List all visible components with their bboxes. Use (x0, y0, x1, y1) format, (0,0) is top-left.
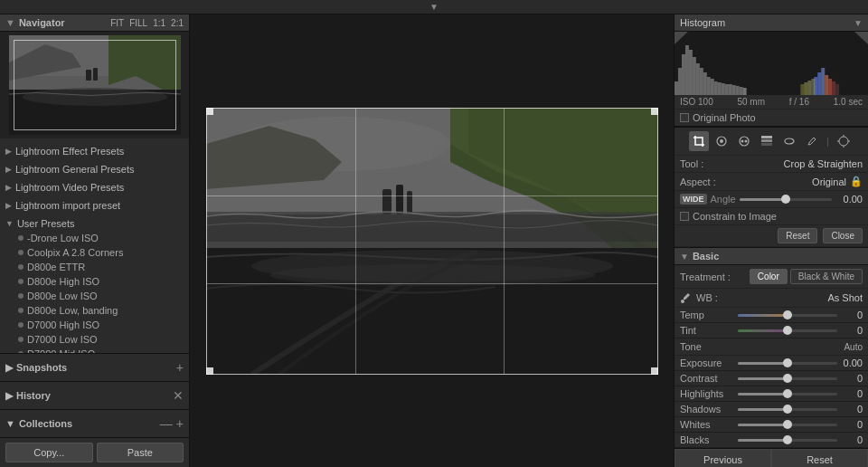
preset-item-drone[interactable]: -Drone Low ISO (0, 231, 189, 245)
svg-rect-28 (682, 54, 685, 95)
wb-row: WB : As Shot (675, 289, 868, 308)
slider-shadows-label: Shadows (680, 404, 734, 415)
lock-icon[interactable]: 🔒 (850, 176, 863, 187)
collections-header[interactable]: ▼ Collections — + (5, 414, 184, 434)
history-close-btn[interactable]: ✕ (173, 388, 184, 403)
wb-dropper-icon[interactable] (680, 291, 693, 304)
radial-filter-icon[interactable] (779, 131, 799, 151)
slider-exposure-track[interactable] (738, 362, 837, 365)
exif-row: ISO 100 50 mm f / 16 1.0 sec (675, 95, 868, 110)
basic-collapse-icon[interactable]: ▼ (680, 252, 689, 262)
slider-tint-thumb[interactable] (783, 326, 792, 335)
slider-shadows-value: 0 (841, 404, 863, 415)
basic-header: ▼ Basic (675, 248, 868, 265)
crop-handle-br[interactable] (651, 367, 658, 375)
histogram-header: Histogram ▼ (675, 14, 868, 32)
preset-item-d800e-ettr[interactable]: D800e ETTR (0, 260, 189, 274)
top-bar: ▼ (0, 0, 868, 14)
tool-close-btn[interactable]: Close (823, 228, 863, 243)
crop-handle-tl[interactable] (206, 108, 213, 115)
slider-tint-track[interactable] (738, 329, 837, 332)
slider-whites-track[interactable] (738, 424, 837, 426)
angle-slider-track[interactable] (740, 198, 832, 201)
history-section: ▶ History ✕ (0, 381, 189, 409)
color-treatment-btn[interactable]: Color (750, 269, 788, 284)
nav-fit-btn[interactable]: FIT (110, 18, 124, 28)
svg-marker-24 (854, 32, 868, 44)
spot-removal-icon[interactable] (712, 131, 731, 151)
graduated-filter-icon[interactable] (757, 131, 777, 151)
slider-whites-thumb[interactable] (783, 420, 792, 429)
auto-btn[interactable]: Auto (844, 342, 863, 352)
preset-item-coolpix[interactable]: Coolpix A 2.8 Corners (0, 245, 189, 260)
history-header[interactable]: ▶ History ✕ (5, 386, 184, 405)
tone-curve-icon[interactable] (834, 131, 854, 151)
snapshots-add-btn[interactable]: + (176, 360, 184, 375)
svg-rect-38 (718, 82, 722, 95)
svg-rect-41 (729, 84, 732, 95)
collections-minus-btn[interactable]: — (160, 416, 173, 431)
tool-reset-btn[interactable]: Reset (778, 228, 817, 243)
exif-focal: 50 mm (737, 97, 765, 107)
red-eye-icon[interactable] (734, 131, 754, 151)
crop-handle-tr[interactable] (651, 108, 658, 115)
presets-area: ▶ Lightroom Effect Presets ▶ Lightroom G… (0, 138, 189, 353)
slider-temp-thumb[interactable] (783, 310, 792, 319)
previous-button[interactable]: Previous (675, 449, 771, 467)
snapshots-collapse-icon: ▶ (5, 362, 13, 374)
navigator-collapse-icon[interactable]: ▼ (5, 17, 15, 28)
crop-handle-bl[interactable] (206, 367, 213, 375)
slider-exposure-thumb[interactable] (783, 358, 792, 367)
preset-item-d7000-mid[interactable]: D7000 Mid ISO (0, 347, 189, 353)
center-panel (190, 14, 674, 467)
histogram-collapse-icon[interactable]: ▼ (854, 18, 863, 28)
preset-item-d800e-banding[interactable]: D800e Low, banding (0, 303, 189, 318)
slider-contrast-thumb[interactable] (783, 374, 792, 383)
preset-item-d7000-high[interactable]: D7000 High ISO (0, 318, 189, 332)
crop-tool-icon[interactable] (689, 131, 709, 151)
slider-highlights-thumb[interactable] (783, 389, 792, 398)
nav-fill-btn[interactable]: FILL (129, 18, 147, 28)
snapshots-header[interactable]: ▶ Snapshots + (5, 357, 184, 377)
slider-shadows-track[interactable] (738, 408, 837, 411)
preset-group-lr-effects-header[interactable]: ▶ Lightroom Effect Presets (0, 144, 189, 158)
slider-shadows-thumb[interactable] (783, 405, 792, 414)
angle-slider-thumb[interactable] (781, 195, 790, 204)
preset-dot (18, 250, 24, 255)
svg-rect-35 (707, 77, 711, 95)
preset-dot (18, 337, 24, 342)
svg-rect-49 (825, 75, 828, 95)
preset-item-d7000-low[interactable]: D7000 Low ISO (0, 332, 189, 347)
slider-temp-value: 0 (841, 310, 863, 320)
slider-blacks-track[interactable] (738, 439, 837, 442)
snapshots-section: ▶ Snapshots + (0, 353, 189, 381)
collections-add-btn[interactable]: + (176, 416, 184, 431)
preset-group-user-header[interactable]: ▼ User Presets (0, 216, 189, 231)
preset-group-lr-general-header[interactable]: ▶ Lightroom General Presets (0, 162, 189, 176)
nav-2-1-btn[interactable]: 2:1 (171, 18, 184, 28)
svg-point-58 (720, 139, 723, 143)
original-photo-checkbox[interactable] (680, 113, 689, 122)
copy-button[interactable]: Copy... (5, 443, 93, 462)
preset-group-lr-video-header[interactable]: ▶ Lightroom Video Presets (0, 180, 189, 195)
svg-rect-45 (743, 88, 747, 95)
slider-highlights-track[interactable] (738, 393, 837, 396)
slider-blacks-thumb[interactable] (783, 435, 792, 444)
preset-group-lr-import-header[interactable]: ▶ Lightroom import preset (0, 198, 189, 213)
slider-row-blacks: Blacks 0 (675, 433, 868, 448)
nav-1-1-btn[interactable]: 1:1 (153, 18, 165, 28)
slider-contrast-track[interactable] (738, 377, 837, 380)
preset-item-d800e-low[interactable]: D800e Low ISO (0, 289, 189, 303)
adjustment-brush-icon[interactable] (802, 131, 822, 151)
slider-temp-track[interactable] (738, 314, 837, 317)
constrain-checkbox[interactable] (680, 212, 689, 221)
slider-row-highlights: Highlights 0 (675, 386, 868, 402)
basic-reset-btn[interactable]: Reset (771, 449, 868, 467)
bw-treatment-btn[interactable]: Black & White (790, 269, 863, 284)
left-panel: ▼ Navigator FIT FILL 1:1 2:1 (0, 14, 190, 467)
svg-rect-37 (714, 81, 718, 95)
svg-rect-56 (811, 79, 815, 95)
preset-item-d800e-high[interactable]: D800e High ISO (0, 274, 189, 289)
paste-button[interactable]: Paste (97, 443, 184, 462)
tool-label-row: Tool : Crop & Straighten (675, 156, 868, 173)
